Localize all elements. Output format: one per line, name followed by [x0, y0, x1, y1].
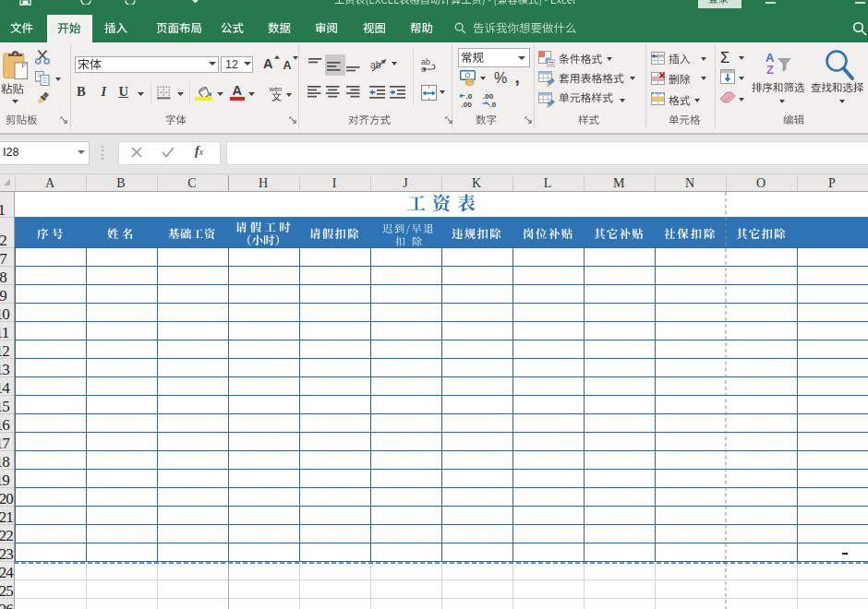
svg-text:.0: .0 — [489, 100, 496, 107]
svg-text:.0: .0 — [465, 92, 472, 101]
svg-text:.00: .00 — [483, 92, 494, 101]
svg-text:.00: .00 — [461, 100, 472, 107]
svg-text:c: c — [421, 64, 426, 73]
